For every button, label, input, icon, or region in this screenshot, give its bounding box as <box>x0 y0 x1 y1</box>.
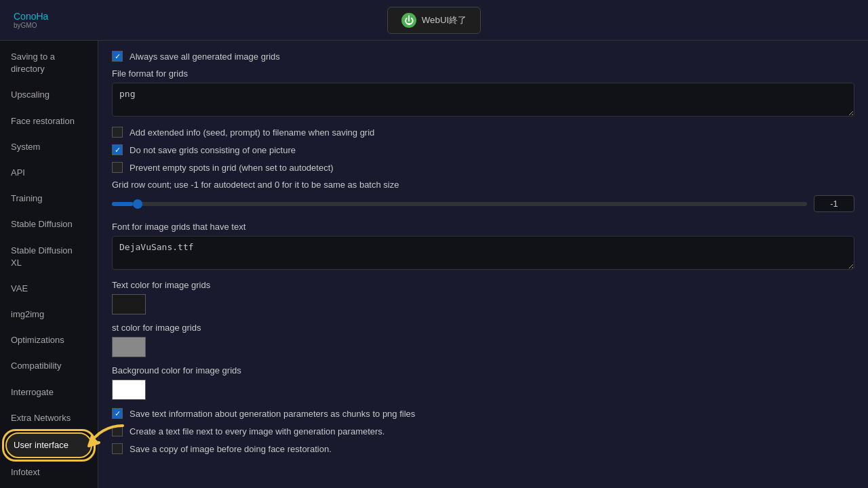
bg-color-swatch[interactable] <box>112 380 146 400</box>
header: ConoHa byGMO ⏻ WebUI終了 <box>0 0 868 41</box>
save-copy-label: Save a copy of image before doing face r… <box>130 444 332 454</box>
sidebar-item-user-interface[interactable]: User interface <box>5 432 92 458</box>
font-input[interactable]: DejaVuSans.ttf <box>112 236 854 270</box>
file-format-section: File format for grids png <box>112 68 854 127</box>
main-layout: Saving to adirectory Upscaling Face rest… <box>0 41 868 488</box>
prevent-empty-row: Prevent empty spots in grid (when set to… <box>112 162 854 173</box>
sidebar-item-face-restoration[interactable]: Face restoration <box>0 108 98 134</box>
checkbox-create-text-file[interactable] <box>112 426 123 436</box>
text-color-section: Text color for image grids <box>112 280 854 314</box>
stroke-color-swatch[interactable] <box>112 337 146 357</box>
bg-color-label: Background color for image grids <box>112 365 854 375</box>
checkbox-save-text-info[interactable] <box>112 408 123 419</box>
logo: ConoHa byGMO <box>14 11 48 29</box>
checkbox-extended-info[interactable] <box>112 127 123 138</box>
webui-terminate-button[interactable]: ⏻ WebUI終了 <box>387 7 481 34</box>
no-save-single-label: Do not save grids consisting of one pict… <box>130 145 296 155</box>
save-copy-row: Save a copy of image before doing face r… <box>112 443 854 454</box>
sidebar-item-vae[interactable]: VAE <box>0 276 98 302</box>
settings-content: Always save all generated image grids Fi… <box>98 41 868 488</box>
text-color-swatch[interactable] <box>112 294 146 314</box>
file-format-label: File format for grids <box>112 68 854 79</box>
slider-thumb[interactable] <box>133 199 142 209</box>
extended-info-row: Add extended info (seed, prompt) to file… <box>112 127 854 138</box>
sidebar-item-stable-diffusion[interactable]: Stable Diffusion <box>0 211 98 237</box>
font-label: Font for image grids that have text <box>112 222 854 232</box>
save-text-info-label: Save text information about generation p… <box>130 409 415 419</box>
no-save-grids-row: Do not save grids consisting of one pict… <box>112 144 854 155</box>
checkbox-always-save[interactable] <box>112 51 123 62</box>
grid-row-count-slider-row: -1 <box>112 195 854 212</box>
text-color-label: Text color for image grids <box>112 280 854 290</box>
save-text-info-row: Save text information about generation p… <box>112 408 854 419</box>
sidebar-item-live-previews[interactable]: Live previews <box>0 485 98 488</box>
sidebar-item-api[interactable]: API <box>0 160 98 186</box>
bg-color-section: Background color for image grids <box>112 365 854 400</box>
always-save-label: Always save all generated image grids <box>130 52 280 62</box>
stroke-color-section: st color for image grids <box>112 323 854 357</box>
sidebar-item-saving-directory[interactable]: Saving to adirectory <box>0 44 98 82</box>
checkbox-prevent-empty[interactable] <box>112 162 123 173</box>
sidebar-item-stable-diffusion-xl[interactable]: Stable DiffusionXL <box>0 238 98 276</box>
sidebar-item-interrogate[interactable]: Interrogate <box>0 380 98 405</box>
sidebar-item-infotext[interactable]: Infotext <box>0 460 98 485</box>
stroke-color-label: st color for image grids <box>112 323 854 333</box>
file-format-input[interactable]: png <box>112 83 854 117</box>
create-text-file-row: Create a text file next to every image w… <box>112 426 854 436</box>
slider-track[interactable] <box>112 202 807 206</box>
extended-info-label: Add extended info (seed, prompt) to file… <box>130 127 374 138</box>
sidebar-item-upscaling[interactable]: Upscaling <box>0 82 98 108</box>
sidebar-item-optimizations[interactable]: Optimizations <box>0 327 98 353</box>
webui-button-label: WebUI終了 <box>422 14 467 26</box>
sidebar-item-compatibility[interactable]: Compatibility <box>0 353 98 379</box>
create-text-file-label: Create a text file next to every image w… <box>130 426 384 436</box>
checkbox-no-save-single[interactable] <box>112 144 123 155</box>
logo-text: ConoHa <box>14 11 48 22</box>
power-icon: ⏻ <box>401 13 416 28</box>
logo-subtext: byGMO <box>14 22 48 29</box>
sidebar-item-img2img[interactable]: img2img <box>0 302 98 327</box>
sidebar-item-training[interactable]: Training <box>0 186 98 211</box>
checkbox-save-copy[interactable] <box>112 443 123 454</box>
prevent-empty-label: Prevent empty spots in grid (when set to… <box>130 163 334 173</box>
sidebar-item-system[interactable]: System <box>0 134 98 160</box>
sidebar: Saving to adirectory Upscaling Face rest… <box>0 41 98 488</box>
always-save-row: Always save all generated image grids <box>112 51 854 62</box>
grid-row-count-section: Grid row count; use -1 for autodetect an… <box>112 180 854 212</box>
grid-row-count-label: Grid row count; use -1 for autodetect an… <box>112 180 854 190</box>
slider-value[interactable]: -1 <box>814 195 854 212</box>
slider-fill <box>112 202 133 206</box>
sidebar-item-extra-networks[interactable]: Extra Networks <box>0 405 98 431</box>
font-section: Font for image grids that have text Deja… <box>112 222 854 280</box>
